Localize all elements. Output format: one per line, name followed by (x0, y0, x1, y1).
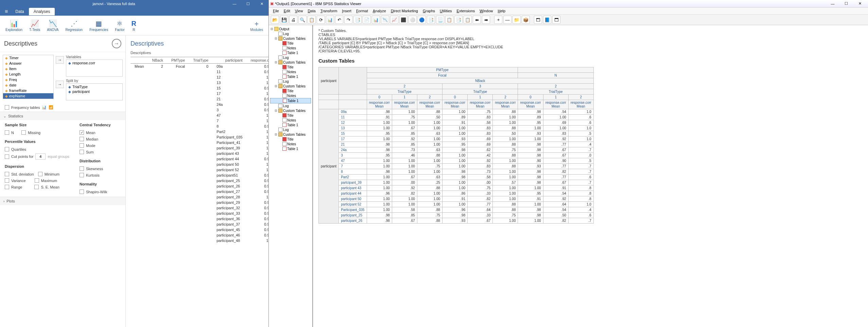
toolbar-button-3[interactable]: 🔍 (298, 16, 307, 24)
tree-node[interactable]: Table 1 (270, 98, 311, 103)
tree-node[interactable]: Table 1 (270, 122, 311, 127)
spss-toolbar[interactable]: 📂💾🖨🔍📋⟳📊↶↷📑📄📊📉📈⬛⚪🔵📑📃📋📑📋⬅➡＋—📁📦🗔📘🗖 (269, 15, 868, 25)
ribbon-factor[interactable]: ⚛Factor (111, 17, 128, 34)
menu-icon[interactable]: ≡ (2, 9, 11, 15)
move-to-vars-button[interactable]: → (56, 56, 64, 64)
toolbar-button-0[interactable]: 📂 (271, 16, 279, 24)
expand-icon[interactable]: ⊟ (274, 133, 278, 136)
menu-format[interactable]: Format (354, 8, 370, 14)
toolbar-button-9[interactable]: 📑 (353, 16, 362, 24)
spss-max-button[interactable]: ☐ (839, 1, 853, 6)
toolbar-button-13[interactable]: 📈 (390, 16, 398, 24)
tree-node[interactable]: Title (270, 41, 311, 46)
source-var-item[interactable]: ◆Length (3, 71, 53, 77)
ribbon-regression[interactable]: ⋰Regression (62, 17, 86, 34)
source-var-item[interactable]: ◆Item (3, 66, 53, 71)
source-var-item[interactable]: ◆Timer (3, 55, 53, 61)
tree-node[interactable]: ⊟Custom Tables (270, 84, 311, 88)
shapiro-checkbox[interactable] (80, 190, 84, 194)
menu-insert[interactable]: Insert (340, 8, 353, 14)
mode-checkbox[interactable] (80, 143, 84, 148)
var-checkbox[interactable] (5, 178, 9, 183)
toolbar-button-7[interactable]: ↶ (335, 16, 343, 24)
menu-edit[interactable]: Edit (282, 8, 292, 14)
menu-view[interactable]: View (293, 8, 305, 14)
median-checkbox[interactable] (80, 137, 84, 141)
tree-node[interactable]: Title (270, 65, 311, 69)
expand-icon[interactable]: ⊟ (274, 109, 278, 112)
freq-tables-checkbox[interactable] (5, 105, 9, 110)
tree-node[interactable]: Log (270, 79, 311, 84)
toolbar-button-17[interactable]: 📑 (427, 16, 435, 24)
toolbar-button-6[interactable]: 📊 (326, 16, 334, 24)
tree-node[interactable]: Title (270, 88, 311, 93)
spss-menubar[interactable]: FileEditViewDataTransformInsertFormatAna… (269, 7, 868, 15)
ribbon-exploration[interactable]: 📊Exploration (2, 17, 26, 34)
variable-item[interactable]: ◆response.corr (67, 61, 122, 65)
tree-node[interactable]: Table 1 (270, 50, 311, 55)
toolbar-button-19[interactable]: 📋 (445, 16, 453, 24)
splitby-box[interactable]: ◆TrialType◆participant (66, 83, 123, 100)
tree-node[interactable]: Notes (270, 93, 311, 98)
toolbar-button-28[interactable]: 📦 (522, 16, 530, 24)
menu-analyze[interactable]: Analyze (371, 8, 388, 14)
mean-checkbox[interactable] (80, 130, 84, 135)
sum-checkbox[interactable] (80, 150, 84, 154)
tree-node[interactable]: Title (270, 113, 311, 118)
ribbon-frequencies[interactable]: ▦Frequencies (86, 17, 111, 34)
tree-node[interactable]: Title (270, 137, 311, 142)
source-var-item[interactable]: ◆Answer (3, 61, 53, 66)
toolbar-button-32[interactable]: 🗖 (552, 16, 560, 24)
tree-node[interactable]: ⊟Custom Tables (270, 60, 311, 65)
output-tree[interactable]: ⊟OutputLog⊟Custom TablesTitleNotesTable … (269, 25, 313, 327)
source-variable-list[interactable]: ◆Timer◆Answer◆Item◆Length◆Freq◆date◆fram… (3, 55, 54, 99)
toolbar-button-23[interactable]: ➡ (482, 16, 490, 24)
max-checkbox[interactable] (35, 178, 39, 183)
toolbar-button-2[interactable]: 🖨 (289, 16, 297, 24)
source-var-item[interactable]: ◆Freq (3, 77, 53, 82)
toolbar-button-14[interactable]: ⬛ (399, 16, 407, 24)
menu-help[interactable]: Help (496, 8, 508, 14)
expand-icon[interactable]: ⊟ (270, 27, 274, 31)
tree-node[interactable]: Log (270, 103, 311, 108)
toolbar-button-5[interactable]: ⟳ (317, 16, 325, 24)
sd-checkbox[interactable] (5, 172, 9, 176)
toolbar-button-4[interactable]: 📋 (308, 16, 316, 24)
spss-min-button[interactable]: — (826, 2, 839, 6)
toolbar-button-10[interactable]: 📄 (363, 16, 371, 24)
toolbar-button-16[interactable]: 🔵 (418, 16, 426, 24)
toolbar-button-8[interactable]: ↷ (344, 16, 352, 24)
range-checkbox[interactable] (5, 185, 9, 189)
splitby-item[interactable]: ◆TrialType (67, 84, 122, 89)
toolbar-button-15[interactable]: ⚪ (409, 16, 417, 24)
ribbon-ttests[interactable]: 📈T-Tests (26, 17, 44, 34)
cutpoints-input[interactable] (35, 153, 46, 160)
toolbar-button-18[interactable]: 📃 (436, 16, 444, 24)
menu-window[interactable]: Window (478, 8, 495, 14)
toolbar-button-22[interactable]: ⬅ (473, 16, 481, 24)
move-to-split-button[interactable]: → (56, 81, 64, 88)
toolbar-button-11[interactable]: 📊 (372, 16, 380, 24)
tree-node[interactable]: Log (270, 127, 311, 132)
source-var-item[interactable]: ◆date (3, 82, 53, 88)
max-button[interactable]: ☐ (241, 0, 255, 7)
ribbon-modules[interactable]: ＋Modules (247, 17, 266, 34)
menu-utilities[interactable]: Utilities (438, 8, 454, 14)
tree-node[interactable]: ⊟Custom Tables (270, 36, 311, 41)
tree-node[interactable]: ⊟Output (270, 27, 311, 31)
expand-icon[interactable]: ⊟ (274, 61, 278, 64)
toolbar-button-26[interactable]: — (503, 16, 511, 24)
tree-node[interactable]: Log (270, 55, 311, 60)
tree-node[interactable]: Notes (270, 69, 311, 74)
toolbar-button-31[interactable]: 📘 (543, 16, 551, 24)
tab-data[interactable]: Data (11, 8, 29, 15)
splitby-item[interactable]: ◆participant (67, 89, 122, 94)
toolbar-button-12[interactable]: 📉 (381, 16, 389, 24)
toolbar-button-30[interactable]: 🗔 (534, 16, 542, 24)
variables-box[interactable]: ◆response.corr (66, 60, 123, 77)
menu-graphs[interactable]: Graphs (421, 8, 437, 14)
menu-file[interactable]: File (271, 8, 281, 14)
menu-extensions[interactable]: Extensions (455, 8, 477, 14)
toolbar-button-20[interactable]: 📑 (454, 16, 463, 24)
tree-node[interactable]: ⊟Custom Tables (270, 132, 311, 137)
